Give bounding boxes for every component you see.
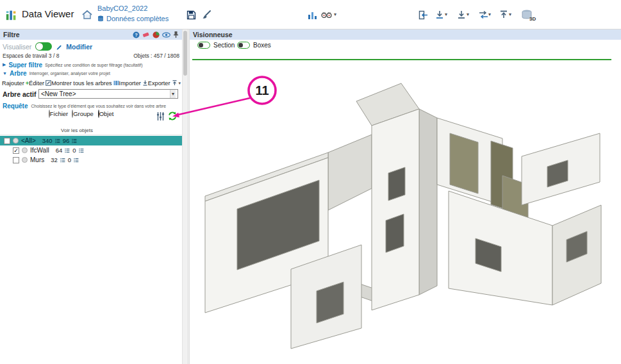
radio-groupe-label: Groupe (73, 110, 94, 117)
radio-dot[interactable] (22, 157, 28, 163)
list-icon[interactable] (74, 158, 79, 163)
add-tree-button[interactable]: Rajouter + (2, 80, 29, 87)
filter-columns-icon[interactable] (156, 112, 165, 121)
database-icon (97, 15, 104, 22)
pin-icon[interactable] (173, 31, 179, 38)
download-alt-icon[interactable] (455, 8, 468, 21)
window-opening (386, 214, 404, 252)
edit-pencil-icon (56, 44, 62, 50)
list-icon[interactable] (79, 148, 84, 153)
tree-row-all[interactable]: <All> 340 96 (0, 136, 182, 145)
project-name[interactable]: BabyCO2_2022 (97, 4, 147, 12)
interior-wall (450, 133, 478, 194)
tree-row-count2: 0 (68, 156, 71, 163)
top-toolbar: Data Viewer BabyCO2_2022 Données complèt… (0, 0, 621, 29)
list-icon[interactable] (55, 138, 60, 144)
radio-dot[interactable] (13, 138, 19, 144)
window-opening (388, 167, 405, 201)
transfer-caret-icon[interactable]: ▾ (488, 12, 491, 17)
tree-row-count2: 96 (63, 137, 70, 144)
export-button[interactable]: Exporter ▾ (148, 80, 181, 87)
requete-label: Requête (3, 103, 28, 110)
radio-circle[interactable] (49, 110, 50, 118)
dataset-label: Données complètes (106, 15, 169, 22)
collapse-right-icon: ▶ (3, 62, 6, 67)
import-button[interactable]: Importer (119, 80, 148, 87)
help-icon[interactable]: ? (133, 31, 140, 38)
visualiser-modifier-toggle[interactable] (35, 42, 52, 51)
radio-dot[interactable] (22, 147, 28, 153)
list-icon[interactable] (65, 148, 70, 153)
edit-tree-label: Éditer (29, 80, 44, 87)
viewer-panel-title: Visionneuse (193, 31, 233, 38)
download-alt-caret-icon[interactable]: ▾ (467, 12, 469, 17)
boxes-toggle-icon[interactable] (237, 42, 250, 49)
radio-objet[interactable]: Objet (95, 110, 117, 117)
upload-icon[interactable] (497, 8, 510, 21)
upload-caret-icon[interactable]: ▾ (509, 12, 511, 17)
save-icon[interactable] (185, 8, 197, 21)
radio-groupe[interactable]: Groupe (70, 110, 95, 117)
tree-row-label: Murs (30, 156, 44, 163)
tree-row-murs[interactable]: Murs 32 0 (0, 155, 182, 165)
open-model-icon[interactable] (417, 8, 429, 21)
checkbox[interactable] (4, 138, 10, 144)
requete-hint: Choisissez le type d'élément que vous so… (31, 104, 166, 108)
pie-icon[interactable] (153, 31, 160, 38)
svg-text:?: ? (135, 32, 138, 38)
refresh-icon[interactable] (167, 111, 178, 121)
radio-circle[interactable] (98, 110, 99, 118)
checkbox[interactable] (13, 147, 19, 154)
paint-icon[interactable] (200, 8, 213, 21)
viewer-3d-canvas[interactable] (201, 79, 611, 351)
super-filter-section[interactable]: ▶ Super filtre Spécifiez une condition d… (0, 61, 182, 69)
show-all-trees-button[interactable]: Montrer tous les arbres (51, 80, 119, 87)
viewer-panel-header: Visionneuse (190, 29, 621, 40)
tree-row-count1: 32 (51, 156, 58, 163)
tree-row-label: IfcWall (30, 147, 49, 154)
collapse-down-icon: ▼ (3, 71, 7, 76)
radio-fichier[interactable]: Fichier (46, 110, 70, 117)
list-icon[interactable] (72, 138, 77, 144)
tower-side-wall (419, 109, 437, 295)
tree-row-ifcwall[interactable]: IfcWall 64 0 (0, 145, 182, 155)
download-caret-icon[interactable]: ▾ (445, 12, 447, 17)
home-icon[interactable] (81, 8, 94, 21)
chart-icon[interactable] (306, 8, 319, 21)
list-icon[interactable] (60, 158, 65, 163)
transfer-icon[interactable] (477, 8, 490, 21)
edit-icon (46, 80, 51, 86)
arbre-section[interactable]: ▼ Arbre Interroger, organiser, analyser … (0, 69, 182, 77)
section-toggle-icon[interactable] (197, 42, 210, 49)
tower-front-wall (372, 109, 419, 310)
eraser-icon[interactable] (142, 31, 150, 38)
filter-scrollbar-thumb[interactable] (183, 31, 187, 76)
export-icon (172, 80, 178, 86)
model-3d-icon[interactable]: 3D (520, 8, 537, 21)
eye-icon[interactable] (162, 31, 170, 38)
filter-scrollbar[interactable] (182, 29, 188, 364)
import-icon (142, 80, 148, 86)
checkbox[interactable] (13, 157, 19, 163)
edit-tree-button[interactable]: Éditer (29, 80, 51, 87)
radio-fichier-label: Fichier (50, 110, 69, 117)
active-tree-select[interactable]: <New Tree> ▾ (38, 89, 178, 99)
filter-panel-title: Filtre (3, 31, 20, 38)
download-icon[interactable] (433, 8, 446, 21)
view-options-caret-icon[interactable]: ▾ (334, 12, 336, 17)
wall-face (328, 135, 372, 210)
active-tree-value: <New Tree> (41, 90, 76, 97)
view-options-icon[interactable] (320, 8, 333, 21)
tree-row-count2: 0 (72, 147, 76, 154)
dataset-link[interactable]: Données complètes (97, 15, 169, 22)
tree-row-count1: 64 (56, 147, 63, 154)
boxes-toggle[interactable]: Boxes (237, 42, 271, 49)
tree-row-label: <All> (21, 137, 36, 144)
filter-panel-header: Filtre ? (0, 29, 182, 40)
section-toggle-label: Section (213, 42, 235, 49)
active-tree-label: Arbre actif (3, 90, 37, 98)
modifier-label: Modifier (66, 43, 92, 51)
section-toggle[interactable]: Section (197, 42, 235, 49)
svg-text:3D: 3D (529, 16, 536, 21)
show-all-trees-label: Montrer tous les arbres (51, 80, 112, 87)
